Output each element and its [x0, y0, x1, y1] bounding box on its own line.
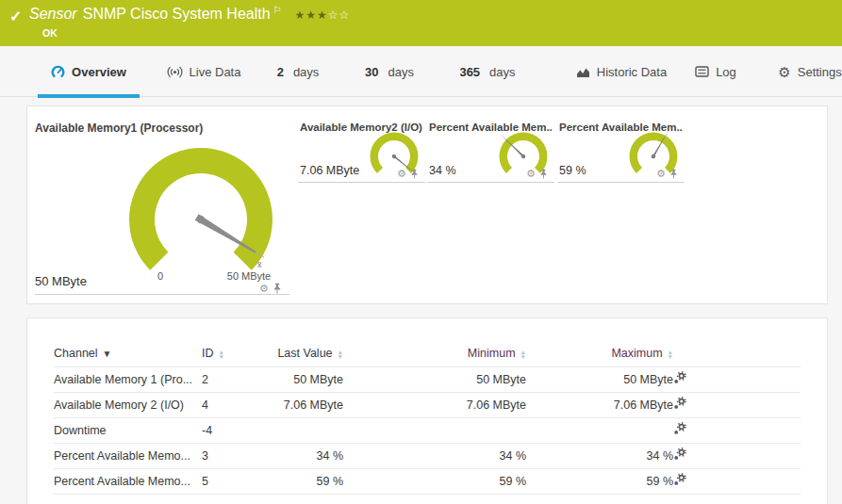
table-row[interactable]: Available Memory 1 (Pro... 2 50 MByte 50… [54, 366, 801, 392]
gauge-current-value: 50 MByte [35, 274, 87, 288]
cell-last-value: 50 MByte [258, 366, 343, 392]
cell-minimum: 34 % [343, 443, 526, 468]
cell-last-value: 7.06 MByte [258, 392, 343, 417]
tab-live-data-label: Live Data [190, 65, 241, 79]
channel-settings-icon[interactable] [673, 371, 686, 384]
gear-icon: ⚙ [778, 65, 790, 79]
tab-30-days[interactable]: 30 days [356, 46, 422, 97]
channel-settings-icon[interactable] [673, 397, 686, 410]
column-header-last-value[interactable]: Last Value▲▼ [258, 341, 343, 366]
tile-actions: ⚙ [526, 169, 548, 179]
tile-actions: ⚙ [656, 169, 678, 179]
tab-log-label: Log [716, 65, 736, 79]
sensor-title: SensorSNMP Cisco System Health⚐★★★☆☆ [29, 5, 350, 23]
cell-last-value: 34 % [258, 443, 343, 468]
tile-gear-icon[interactable]: ⚙ [259, 284, 269, 294]
sort-desc-icon: ▼ [103, 349, 112, 359]
flag-icon[interactable]: ⚐ [273, 5, 282, 15]
sort-both-icon: ▲▼ [338, 350, 343, 359]
status-badge: OK [42, 27, 58, 39]
column-header-actions [673, 341, 801, 366]
column-header-channel[interactable]: Channel▼ [54, 341, 202, 366]
tile-gear-icon[interactable]: ⚙ [656, 169, 666, 179]
tab-historic-data[interactable]: Historic Data [566, 46, 677, 97]
tab-30-days-unit: days [388, 65, 414, 79]
gauge-scale-max: 50 MByte [220, 270, 278, 282]
table-row[interactable]: Percent Available Memo... 5 59 % 59 % 59… [54, 468, 801, 494]
column-header-maximum[interactable]: Maximum▲▼ [526, 341, 673, 366]
cell-actions [673, 443, 801, 468]
table-row[interactable]: Downtime -4 [54, 417, 801, 443]
table-row[interactable]: Percent Available Memo... 3 34 % 34 % 34… [54, 443, 801, 468]
channel-table-body: Available Memory 1 (Pro... 2 50 MByte 50… [54, 366, 801, 494]
pin-icon[interactable] [272, 283, 282, 294]
tile-actions: ⚙ [397, 169, 419, 179]
tab-historic-data-label: Historic Data [597, 65, 667, 79]
active-tab-underline [38, 94, 140, 98]
tab-settings[interactable]: ⚙ Settings [773, 46, 842, 97]
gauge-current-value: 7.06 MByte [300, 164, 359, 177]
tile-actions: ⚙ [259, 283, 282, 294]
gauge-panel: Available Memory1 (Processor) x̄ 0 50 MB… [26, 106, 828, 304]
table-row[interactable]: Available Memory 2 (I/O) 4 7.06 MByte 7.… [54, 392, 801, 417]
cell-channel: Available Memory 1 (Pro... [54, 366, 202, 392]
cell-maximum: 59 % [526, 468, 673, 494]
cell-actions [673, 468, 801, 494]
pin-icon[interactable] [669, 169, 678, 179]
cell-maximum: 34 % [526, 443, 673, 468]
chart-icon [576, 66, 590, 78]
status-check-icon: ✓ [9, 8, 22, 25]
column-header-id[interactable]: ID▲▼ [202, 341, 258, 366]
pin-icon[interactable] [410, 169, 419, 179]
column-header-minimum[interactable]: Minimum▲▼ [343, 341, 526, 366]
gauge-title: Available Memory1 (Processor) [35, 122, 203, 135]
cell-minimum: 7.06 MByte [343, 392, 526, 417]
broadcast-icon [167, 66, 183, 78]
tab-overview[interactable]: Overview [38, 46, 140, 97]
sensor-header: ✓ SensorSNMP Cisco System Health⚐★★★☆☆ O… [0, 0, 842, 46]
sensor-kind-label: Sensor [29, 6, 77, 22]
tab-bar: Overview Live Data 2 days 30 days 365 da… [0, 46, 842, 97]
cell-id: 3 [202, 443, 258, 468]
cell-last-value [258, 417, 343, 443]
tab-settings-label: Settings [798, 65, 842, 79]
cell-maximum [526, 417, 673, 443]
column-header-minimum-label: Minimum [468, 347, 516, 360]
tab-overview-label: Overview [72, 65, 126, 79]
cell-actions [673, 417, 801, 443]
tab-365-days[interactable]: 365 days [451, 46, 524, 97]
tab-365-days-number: 365 [459, 65, 480, 79]
tile-gear-icon[interactable]: ⚙ [397, 169, 406, 179]
column-header-last-value-label: Last Value [277, 347, 332, 360]
cell-minimum: 50 MByte [343, 366, 526, 392]
channel-table: Channel▼ ID▲▼ Last Value▲▼ Minimum▲▼ Max… [54, 341, 801, 495]
channel-table-panel: Channel▼ ID▲▼ Last Value▲▼ Minimum▲▼ Max… [26, 317, 828, 504]
stars-empty[interactable]: ☆☆ [328, 8, 351, 22]
tab-live-data[interactable]: Live Data [157, 46, 251, 97]
gauge-tile-available-memory1[interactable]: Available Memory1 (Processor) x̄ 0 50 MB… [35, 114, 297, 299]
sensor-name: SNMP Cisco System Health [83, 6, 271, 22]
cell-channel: Downtime [54, 417, 202, 443]
sort-both-icon: ▲▼ [520, 350, 526, 359]
cell-maximum: 7.06 MByte [526, 392, 673, 417]
channel-settings-icon[interactable] [673, 422, 686, 435]
pin-icon[interactable] [539, 169, 548, 179]
tab-2-days-number: 2 [277, 65, 284, 79]
tile-divider [35, 294, 289, 295]
channel-settings-icon[interactable] [673, 473, 686, 486]
gauge-tile-percent-available-memory2[interactable]: Percent Available Mem... 59 % ⚙ [557, 114, 685, 187]
tab-365-days-unit: days [489, 65, 515, 79]
stars-filled[interactable]: ★★★ [295, 8, 328, 22]
tile-gear-icon[interactable]: ⚙ [526, 169, 536, 179]
average-marker: x̄ [257, 260, 262, 269]
channel-settings-icon[interactable] [673, 447, 686, 461]
log-icon [695, 66, 709, 77]
gauge-tile-percent-available-memory1[interactable]: Percent Available Mem... 34 % ⚙ [427, 114, 554, 187]
priority-stars[interactable]: ★★★☆☆ [295, 8, 351, 22]
tab-30-days-number: 30 [365, 65, 378, 79]
tab-2-days[interactable]: 2 days [270, 46, 326, 97]
cell-id: -4 [202, 417, 258, 443]
cell-channel: Available Memory 2 (I/O) [54, 392, 202, 417]
tab-log[interactable]: Log [685, 46, 747, 97]
gauge-tile-available-memory2[interactable]: Available Memory2 (I/O) 7.06 MByte ⚙ [298, 114, 425, 187]
